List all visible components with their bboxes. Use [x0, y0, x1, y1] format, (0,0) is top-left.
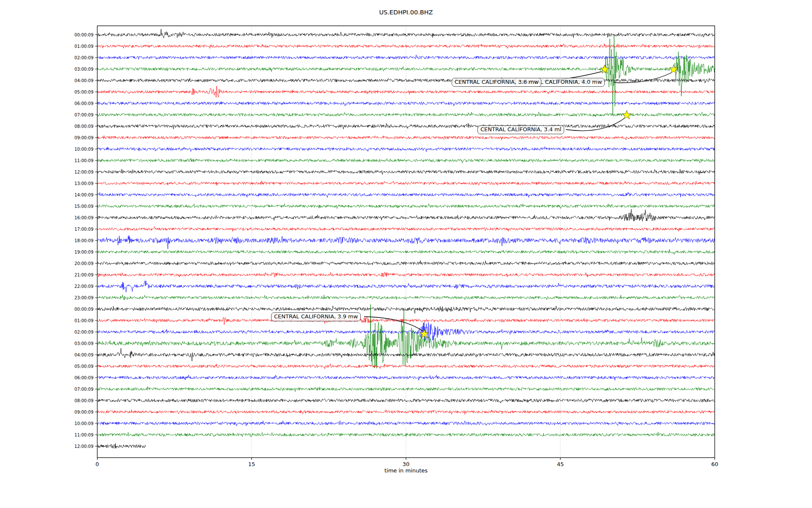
trace-time-label: 04:00:09 — [74, 353, 93, 357]
trace-line — [97, 29, 715, 38]
trace-line — [97, 204, 715, 208]
event-leader-lines — [364, 72, 671, 331]
event-annotation: CENTRAL CALIFORNIA, 3.4 ml — [477, 125, 564, 134]
trace-time-label: 07:00:09 — [74, 387, 93, 392]
trace-time-label: 11:00:09 — [74, 158, 93, 163]
trace-time-label: 10:00:09 — [74, 421, 93, 426]
trace-line — [97, 86, 715, 97]
trace-time-label: 00:00:09 — [74, 307, 93, 312]
trace-line — [97, 295, 715, 300]
trace-line — [97, 432, 715, 437]
trace-time-label: 13:00:09 — [74, 181, 93, 186]
trace-line — [97, 158, 715, 163]
x-tick-label: 0 — [96, 461, 99, 467]
trace-time-label: 17:00:09 — [74, 227, 93, 232]
trace-time-label: 11:00:09 — [74, 433, 93, 437]
trace-time-label: 00:00:09 — [74, 33, 93, 37]
trace-time-label: 01:00:09 — [74, 318, 93, 323]
trace-time-label: 15:00:09 — [74, 204, 93, 209]
trace-time-label: 09:00:09 — [74, 135, 93, 140]
trace-line — [97, 209, 715, 221]
trace-line — [97, 36, 715, 115]
trace-line — [97, 399, 715, 403]
x-tick-label: 15 — [248, 461, 255, 467]
trace-time-label: 14:00:09 — [74, 193, 93, 197]
trace-time-label: 03:00:09 — [74, 341, 93, 346]
x-axis-label: time in minutes — [384, 467, 428, 474]
trace-line — [97, 192, 715, 197]
trace-time-label: 06:00:09 — [74, 375, 93, 380]
grid-lines — [252, 26, 560, 458]
trace-line — [97, 444, 146, 449]
trace-time-label: 18:00:09 — [74, 238, 93, 243]
trace-time-label: 07:00:09 — [74, 113, 93, 117]
trace-line — [97, 317, 715, 325]
trace-line — [97, 249, 715, 254]
x-tick-label: 60 — [711, 461, 719, 467]
trace-time-label: 19:00:09 — [74, 250, 93, 254]
trace-time-label: 05:00:09 — [74, 364, 93, 369]
seismogram-plot: US.EDHPI.00.BHZ 01530456000:00:0901:00:0… — [0, 0, 812, 508]
trace-time-label: 04:00:09 — [74, 78, 93, 83]
trace-line — [97, 375, 715, 381]
trace-time-label: 02:00:09 — [74, 55, 93, 60]
event-star-markers — [420, 65, 678, 338]
trace-line — [97, 112, 715, 117]
trace-time-label: 02:00:09 — [74, 330, 93, 334]
trace-line — [97, 181, 715, 185]
trace-time-label: 21:00:09 — [74, 273, 93, 277]
trace-time-label: 08:00:09 — [74, 124, 93, 129]
trace-line — [97, 44, 715, 48]
x-tick-label: 30 — [403, 461, 410, 467]
trace-line — [97, 387, 715, 392]
trace-time-label: 10:00:09 — [74, 147, 93, 152]
trace-time-label: 22:00:09 — [74, 284, 93, 289]
seismogram-figure: US.EDHPI.00.BHZ 01530456000:00:0901:00:0… — [0, 0, 812, 508]
trace-time-label: 08:00:09 — [74, 398, 93, 403]
trace-time-label: 01:00:09 — [74, 44, 93, 49]
event-leader-line — [566, 118, 625, 131]
trace-line — [97, 147, 715, 152]
trace-line — [97, 421, 715, 426]
trace-time-label: 12:00:09 — [74, 170, 93, 174]
trace-time-label: 09:00:09 — [74, 410, 93, 414]
trace-time-label: 12:00:09 — [74, 444, 93, 449]
event-star-icon — [623, 110, 631, 119]
plot-title: US.EDHPI.00.BHZ — [379, 9, 433, 16]
trace-time-label: 23:00:09 — [74, 295, 93, 300]
event-annotation: CENTRAL CALIFORNIA, 3.6 mw — [452, 78, 541, 87]
event-leader-line — [614, 73, 671, 83]
trace-time-label: 06:00:09 — [74, 101, 93, 106]
trace-time-label: 03:00:09 — [74, 67, 93, 72]
trace-time-label: 05:00:09 — [74, 90, 93, 94]
trace-time-label: 16:00:09 — [74, 215, 93, 220]
event-leader-line — [364, 317, 423, 331]
trace-line — [97, 281, 715, 292]
trace-time-label: 20:00:09 — [74, 261, 93, 266]
trace-line — [97, 235, 715, 249]
event-annotation: CENTRAL CALIFORNIA, 3.9 mw — [271, 312, 361, 321]
x-tick-label: 45 — [557, 461, 564, 467]
